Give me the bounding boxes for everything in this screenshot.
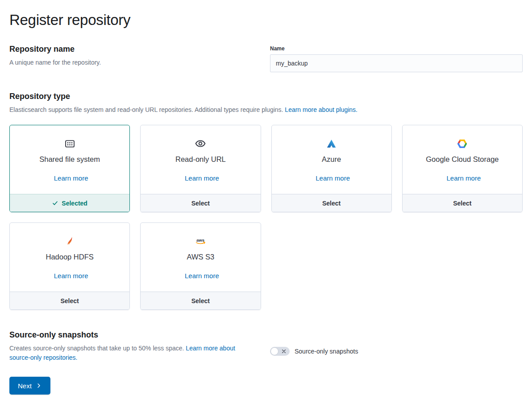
repository-type-heading: Repository type [9, 92, 523, 101]
cross-icon [281, 349, 287, 354]
repository-type-description-text: Elasticsearch supports file system and r… [9, 106, 283, 113]
select-button-label: Select [453, 200, 471, 207]
repository-type-card[interactable]: Shared file system Learn more Selected [9, 125, 130, 212]
repository-type-card[interactable]: Hadoop HDFS Learn more Select [9, 222, 130, 310]
repository-type-section: Repository type Elasticsearch supports f… [9, 92, 523, 310]
learn-more-label: Learn more [316, 174, 350, 182]
select-button-label: Selected [62, 200, 87, 207]
source-only-toggle-row: Source-only snapshots [270, 347, 523, 356]
learn-more-label: Learn more [54, 174, 88, 182]
source-only-toggle-column: Source-only snapshots [270, 330, 523, 356]
repository-type-card-body: Shared file system Learn more [10, 125, 129, 194]
toggle-thumb [270, 347, 278, 355]
repository-name-heading: Repository name [9, 45, 262, 54]
repository-type-card[interactable]: Google Cloud Storage Learn more Select [402, 125, 523, 212]
learn-more-link[interactable]: Learn more [51, 272, 88, 280]
learn-more-plugins-link[interactable]: Learn more about plugins. [285, 106, 357, 113]
repository-type-card-body: Read-only URL Learn more [141, 125, 260, 194]
repository-type-card-title: Azure [322, 155, 341, 164]
repository-type-description: Elasticsearch supports file system and r… [9, 105, 523, 115]
learn-more-link[interactable]: Learn more [182, 272, 219, 280]
hadoop-hdfs-icon [65, 235, 75, 247]
source-only-description-column: Source-only snapshots Creates source-onl… [9, 330, 262, 362]
source-only-section: Source-only snapshots Creates source-onl… [9, 330, 523, 362]
next-button[interactable]: Next [9, 377, 50, 395]
source-only-description-text: Creates source-only snapshots that take … [9, 345, 184, 352]
azure-icon [326, 137, 337, 150]
learn-more-label: Learn more [447, 174, 481, 182]
select-button-label: Select [61, 297, 79, 304]
learn-more-label: Learn more [185, 272, 219, 280]
learn-more-link[interactable]: Learn more [444, 174, 481, 182]
source-only-toggle[interactable] [270, 347, 290, 356]
learn-more-link[interactable]: Learn more [182, 174, 219, 182]
google-cloud-storage-icon [457, 137, 467, 150]
repository-type-select-button[interactable]: Select [141, 292, 260, 309]
repository-name-field-column: Name [270, 45, 523, 72]
repository-type-card[interactable]: Read-only URL Learn more Select [140, 125, 261, 212]
select-button-label: Select [191, 200, 210, 207]
page-title: Register repository [9, 12, 523, 29]
repository-name-description: A unique name for the repository. [9, 58, 254, 67]
learn-more-link[interactable]: Learn more [51, 174, 88, 182]
repository-type-card-title: Google Cloud Storage [426, 155, 499, 164]
source-only-description: Creates source-only snapshots that take … [9, 344, 254, 362]
repository-type-card-body: Hadoop HDFS Learn more [10, 223, 129, 292]
chevron-right-icon [36, 383, 42, 389]
repository-type-card-body: Azure Learn more [272, 125, 391, 194]
repository-type-select-button[interactable]: Select [403, 194, 522, 212]
repository-type-card-body: Google Cloud Storage Learn more [403, 125, 522, 194]
select-button-label: Select [322, 200, 341, 207]
name-field-label: Name [270, 45, 523, 52]
learn-more-link[interactable]: Learn more [313, 174, 350, 182]
repository-type-card-title: Shared file system [39, 155, 100, 164]
repo-type-cards: Shared file system Learn more Selected R… [9, 125, 523, 310]
repository-name-input[interactable] [270, 54, 523, 72]
source-only-heading: Source-only snapshots [9, 330, 262, 340]
read-only-url-icon [195, 137, 206, 150]
register-repository-page: Register repository Repository name A un… [0, 0, 532, 399]
shared-file-system-icon [65, 137, 75, 150]
repository-type-card-title: Hadoop HDFS [46, 253, 93, 261]
learn-more-label: Learn more [54, 272, 88, 280]
repository-type-card-title: AWS S3 [187, 253, 215, 261]
repository-type-card[interactable]: Azure Learn more Select [271, 125, 392, 212]
source-only-toggle-label: Source-only snapshots [295, 348, 358, 355]
repository-type-select-button[interactable]: Select [10, 292, 129, 309]
aws-s3-icon: aws [194, 235, 207, 247]
repository-name-description-column: Repository name A unique name for the re… [9, 45, 262, 67]
repository-type-selected-badge[interactable]: Selected [10, 194, 129, 212]
next-button-label: Next [18, 382, 32, 390]
repository-name-section: Repository name A unique name for the re… [9, 45, 523, 72]
repository-type-card-title: Read-only URL [175, 155, 226, 164]
repository-type-select-button[interactable]: Select [272, 194, 391, 212]
select-button-label: Select [191, 297, 210, 304]
repository-type-card-body: aws AWS S3 Learn more [141, 223, 260, 292]
repository-type-card[interactable]: aws AWS S3 Learn more Select [140, 222, 261, 310]
learn-more-label: Learn more [185, 174, 219, 182]
repository-type-select-button[interactable]: Select [141, 194, 260, 212]
check-icon [52, 200, 58, 206]
svg-text:aws: aws [196, 238, 204, 243]
